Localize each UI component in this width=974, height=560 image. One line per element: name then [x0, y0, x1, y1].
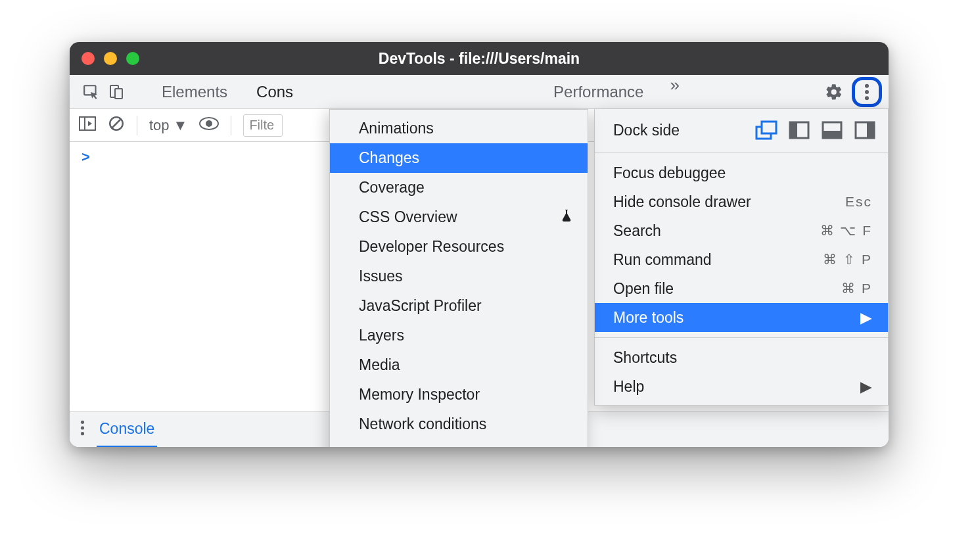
- clear-console-icon[interactable]: [108, 115, 125, 136]
- submenu-item[interactable]: Issues: [330, 262, 588, 291]
- filter-input[interactable]: Filte: [243, 114, 283, 137]
- close-window-button[interactable]: [81, 52, 95, 65]
- menu-hide-drawer[interactable]: Hide console drawerEsc: [595, 187, 888, 216]
- svg-point-4: [865, 89, 869, 93]
- zoom-window-button[interactable]: [126, 52, 139, 65]
- submenu-item-label: Changes: [359, 149, 419, 167]
- submenu-item-label: Coverage: [359, 179, 425, 197]
- dock-bottom-icon[interactable]: [822, 122, 842, 139]
- submenu-item-label: Memory Inspector: [359, 386, 480, 404]
- more-tabs-icon[interactable]: »: [670, 75, 679, 109]
- dropdown-icon: ▼: [174, 117, 188, 134]
- menu-more-tools[interactable]: More tools▶: [595, 303, 888, 332]
- svg-point-12: [81, 420, 84, 423]
- svg-rect-20: [823, 131, 841, 138]
- svg-rect-2: [115, 89, 122, 99]
- svg-point-3: [865, 83, 869, 87]
- more-tools-submenu: AnimationsChangesCoverageCSS OverviewDev…: [329, 109, 588, 447]
- minimize-window-button[interactable]: [104, 52, 117, 65]
- experiment-icon: [561, 210, 572, 225]
- live-expression-icon[interactable]: [199, 117, 219, 134]
- svg-rect-16: [762, 122, 776, 133]
- tab-performance[interactable]: Performance: [553, 75, 658, 109]
- submenu-item[interactable]: Layers: [330, 321, 588, 350]
- sidebar-toggle-icon[interactable]: [79, 116, 96, 135]
- submenu-item[interactable]: CSS Overview: [330, 202, 588, 232]
- menu-help[interactable]: Help▶: [595, 372, 888, 401]
- dock-side-label: Dock side: [613, 122, 680, 139]
- submenu-item[interactable]: Media: [330, 350, 588, 380]
- settings-gear-icon[interactable]: [822, 80, 846, 105]
- window-title: DevTools - file:///Users/main: [70, 50, 889, 68]
- panel-tabs: Elements Cons Performance »: [147, 75, 680, 109]
- filter-placeholder: Filte: [249, 118, 274, 133]
- submenu-item[interactable]: Memory Inspector: [330, 380, 588, 409]
- context-label: top: [149, 117, 170, 134]
- menu-focus-debuggee[interactable]: Focus debuggee: [595, 158, 888, 187]
- menu-search[interactable]: Search⌘ ⌥ F: [595, 216, 888, 245]
- device-toolbar-icon[interactable]: [104, 80, 129, 105]
- dock-right-icon[interactable]: [855, 122, 875, 139]
- svg-point-14: [81, 432, 84, 435]
- svg-point-11: [206, 120, 212, 127]
- tab-console[interactable]: Cons: [242, 75, 297, 109]
- svg-line-9: [112, 119, 121, 128]
- submenu-item[interactable]: Network conditions: [330, 409, 588, 439]
- tab-elements[interactable]: Elements: [147, 75, 242, 109]
- submenu-item-label: Animations: [359, 120, 434, 137]
- submenu-item-label: Media: [359, 356, 400, 374]
- menu-run-command[interactable]: Run command⌘ ⇧ P: [595, 245, 888, 274]
- console-prompt: >: [81, 149, 90, 166]
- submenu-arrow-icon: ▶: [860, 378, 872, 396]
- dock-side-row: Dock side: [595, 109, 888, 151]
- devtools-window: DevTools - file:///Users/main Elements C…: [70, 42, 889, 447]
- submenu-item-label: Layers: [359, 327, 404, 344]
- menu-open-file[interactable]: Open file⌘ P: [595, 274, 888, 303]
- submenu-item-label: JavaScript Profiler: [359, 297, 482, 315]
- submenu-item[interactable]: Animations: [330, 114, 588, 143]
- window-controls: [81, 52, 139, 65]
- submenu-arrow-icon: ▶: [860, 309, 872, 327]
- submenu-item[interactable]: Developer Resources: [330, 232, 588, 262]
- svg-rect-18: [790, 122, 797, 138]
- menu-shortcuts[interactable]: Shortcuts: [595, 343, 888, 372]
- svg-rect-6: [80, 117, 95, 130]
- submenu-item-label: Network request blocking: [359, 445, 528, 447]
- submenu-item-label: CSS Overview: [359, 208, 457, 226]
- svg-rect-22: [867, 122, 874, 138]
- inspect-element-icon[interactable]: [79, 80, 104, 105]
- main-tabbar: Elements Cons Performance »: [70, 75, 889, 109]
- options-menu: Dock side Fo: [594, 109, 889, 406]
- submenu-item-label: Network conditions: [359, 415, 486, 433]
- svg-point-5: [865, 96, 869, 100]
- svg-point-13: [81, 426, 84, 429]
- titlebar: DevTools - file:///Users/main: [70, 42, 889, 75]
- dock-left-icon[interactable]: [789, 122, 809, 139]
- drawer-tab-console[interactable]: Console: [97, 412, 157, 448]
- more-options-button[interactable]: [852, 77, 882, 107]
- submenu-item[interactable]: Network request blocking: [330, 439, 588, 447]
- submenu-item[interactable]: Changes: [330, 143, 588, 173]
- submenu-item[interactable]: JavaScript Profiler: [330, 291, 588, 321]
- drawer-menu-icon[interactable]: [80, 419, 85, 440]
- context-selector[interactable]: top ▼: [149, 117, 187, 134]
- submenu-item[interactable]: Coverage: [330, 173, 588, 202]
- submenu-item-label: Issues: [359, 268, 402, 285]
- dock-undock-icon[interactable]: [756, 122, 776, 139]
- submenu-item-label: Developer Resources: [359, 238, 504, 256]
